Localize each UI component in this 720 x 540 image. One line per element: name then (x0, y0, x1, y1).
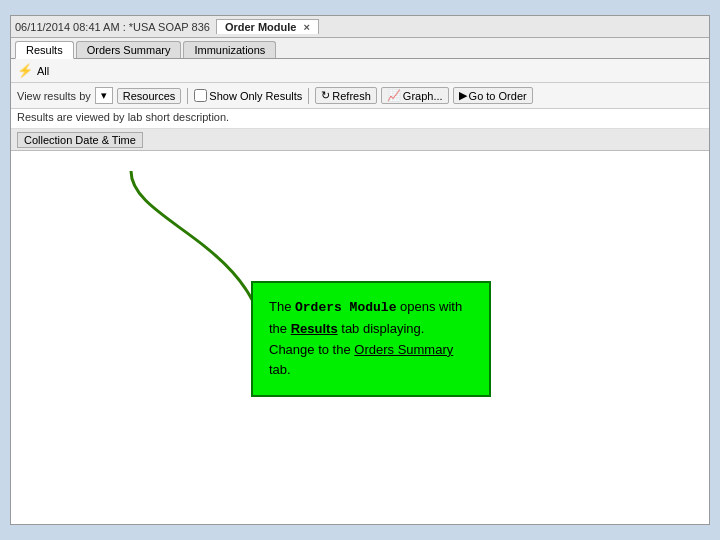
collection-date-time-header[interactable]: Collection Date & Time (17, 132, 143, 148)
title-bar: 06/11/2014 08:41 AM : *USA SOAP 836 Orde… (11, 16, 709, 38)
tab-orders-summary[interactable]: Orders Summary (76, 41, 182, 58)
separator-2 (308, 88, 309, 104)
orders-module-text: Orders Module (295, 300, 396, 315)
view-results-dropdown[interactable]: ▾ (95, 87, 113, 104)
refresh-icon: ↻ (321, 89, 330, 102)
toolbar: View results by ▾ Resources Show Only Re… (11, 83, 709, 109)
column-header-row: Collection Date & Time (11, 129, 709, 151)
separator-1 (187, 88, 188, 104)
filter-bar: ⚡ All (11, 59, 709, 83)
graph-icon: 📈 (387, 89, 401, 102)
results-text: Results (291, 321, 338, 336)
filter-all-label: All (37, 65, 49, 77)
tab-results[interactable]: Results (15, 41, 74, 59)
show-only-results-checkbox-wrapper: Show Only Results (194, 89, 302, 102)
callout-text: The Orders Module opens with the Results… (269, 299, 462, 377)
callout-box: The Orders Module opens with the Results… (251, 281, 491, 397)
show-only-results-checkbox[interactable] (194, 89, 207, 102)
show-only-results-label: Show Only Results (209, 90, 302, 102)
main-window: 06/11/2014 08:41 AM : *USA SOAP 836 Orde… (10, 15, 710, 525)
filter-icon: ⚡ (17, 63, 33, 78)
content-area: The Orders Module opens with the Results… (11, 151, 709, 524)
refresh-button[interactable]: ↻ Refresh (315, 87, 377, 104)
title-bar-date: 06/11/2014 08:41 AM : *USA SOAP 836 (15, 21, 210, 33)
orders-summary-text: Orders Summary (354, 342, 453, 357)
order-module-tab[interactable]: Order Module × (216, 19, 319, 34)
info-bar: Results are viewed by lab short descript… (11, 109, 709, 129)
view-results-label: View results by (17, 90, 91, 102)
resources-button[interactable]: Resources (117, 88, 182, 104)
tab-immunizations[interactable]: Immunizations (183, 41, 276, 58)
graph-button[interactable]: 📈 Graph... (381, 87, 449, 104)
go-to-order-button[interactable]: ▶ Go to Order (453, 87, 533, 104)
tabs-row: Results Orders Summary Immunizations (11, 38, 709, 59)
dropdown-arrow-icon: ▾ (101, 89, 107, 102)
go-to-order-icon: ▶ (459, 89, 467, 102)
close-tab-button[interactable]: × (303, 21, 309, 33)
